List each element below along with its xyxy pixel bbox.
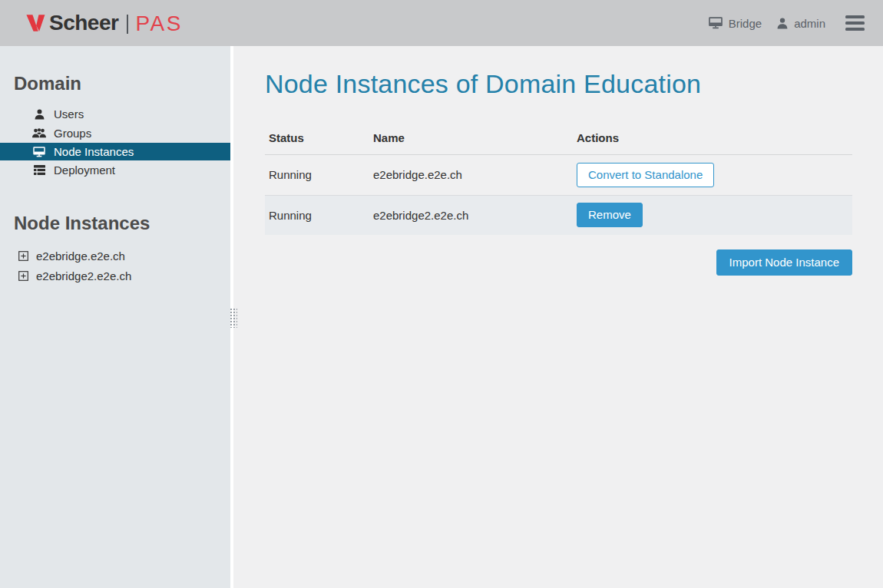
tree-item-e2ebridge[interactable]: e2ebridge.e2e.ch	[0, 246, 230, 266]
column-header-status: Status	[265, 131, 369, 144]
remove-button[interactable]: Remove	[577, 203, 643, 227]
sidebar-item-node-instances[interactable]: Node Instances	[0, 143, 230, 160]
import-button-row: Import Node Instance	[265, 249, 852, 276]
sidebar-item-label: Users	[54, 107, 84, 121]
header-nav: Bridge admin	[693, 12, 865, 34]
main-content: Node Instances of Domain Education Statu…	[233, 46, 883, 588]
status-cell: Running	[265, 209, 369, 222]
tree-item-label: e2ebridge.e2e.ch	[36, 249, 125, 263]
sidebar-item-groups[interactable]: Groups	[0, 124, 230, 143]
nav-bridge-label: Bridge	[729, 17, 762, 30]
nav-bridge[interactable]: Bridge	[709, 17, 762, 30]
users-icon	[32, 128, 46, 138]
sidebar-item-label: Groups	[54, 127, 91, 140]
brand-text: Scheer	[49, 11, 118, 35]
tree-item-e2ebridge2[interactable]: e2ebridge2.e2e.ch	[0, 266, 230, 286]
sidebar-section-title-node-instances: Node Instances	[14, 213, 230, 233]
resize-grip-icon	[230, 308, 237, 328]
column-header-actions: Actions	[573, 131, 852, 144]
menu-button[interactable]	[845, 12, 865, 34]
logo-separator	[127, 15, 128, 34]
hamburger-icon	[845, 28, 865, 31]
actions-cell: Convert to Standalone	[573, 163, 852, 187]
table-header-row: Status Name Actions	[265, 111, 852, 155]
sidebar-section-title-domain: Domain	[14, 74, 230, 94]
import-node-instance-button[interactable]: Import Node Instance	[716, 249, 852, 276]
user-icon	[777, 18, 788, 29]
sidebar-item-label: Node Instances	[54, 145, 134, 158]
actions-cell: Remove	[573, 203, 852, 227]
domain-menu: Users Groups	[0, 104, 230, 180]
name-cell: e2ebridge.e2e.ch	[369, 168, 573, 181]
app-header: Scheer PAS Bridge admin	[0, 0, 883, 46]
nav-admin-label: admin	[794, 17, 825, 30]
sidebar: Domain Users	[0, 46, 230, 588]
nav-admin[interactable]: admin	[777, 17, 825, 30]
sidebar-item-users[interactable]: Users	[0, 104, 230, 124]
desktop-icon	[32, 147, 46, 157]
column-header-name: Name	[369, 131, 573, 144]
plus-square-icon[interactable]	[18, 251, 28, 261]
tasks-icon	[32, 165, 46, 175]
convert-to-standalone-button[interactable]: Convert to Standalone	[577, 163, 714, 187]
node-instances-table: Status Name Actions Running e2ebridge.e2…	[265, 111, 852, 235]
page-title: Node Instances of Domain Education	[265, 68, 852, 101]
product-text: PAS	[135, 12, 182, 36]
table-row: Running e2ebridge2.e2e.ch Remove	[265, 195, 852, 235]
table-row: Running e2ebridge.e2e.ch Convert to Stan…	[265, 155, 852, 195]
name-cell: e2ebridge2.e2e.ch	[369, 209, 573, 222]
sidebar-item-deployment[interactable]: Deployment	[0, 160, 230, 180]
hamburger-icon	[845, 21, 865, 25]
status-cell: Running	[265, 168, 369, 181]
app-body: Domain Users	[0, 46, 883, 588]
node-instances-tree: e2ebridge.e2e.ch e2ebridge2.e2e.ch	[0, 246, 230, 286]
sidebar-resize-handle[interactable]	[230, 46, 233, 588]
scheer-mark-icon	[26, 14, 46, 32]
user-icon	[32, 109, 46, 120]
sidebar-item-label: Deployment	[54, 164, 115, 177]
scheer-pas-logo: Scheer PAS	[26, 10, 183, 36]
desktop-icon	[709, 17, 723, 29]
hamburger-icon	[845, 15, 865, 18]
tree-item-label: e2ebridge2.e2e.ch	[36, 269, 131, 282]
plus-square-icon[interactable]	[18, 271, 28, 281]
